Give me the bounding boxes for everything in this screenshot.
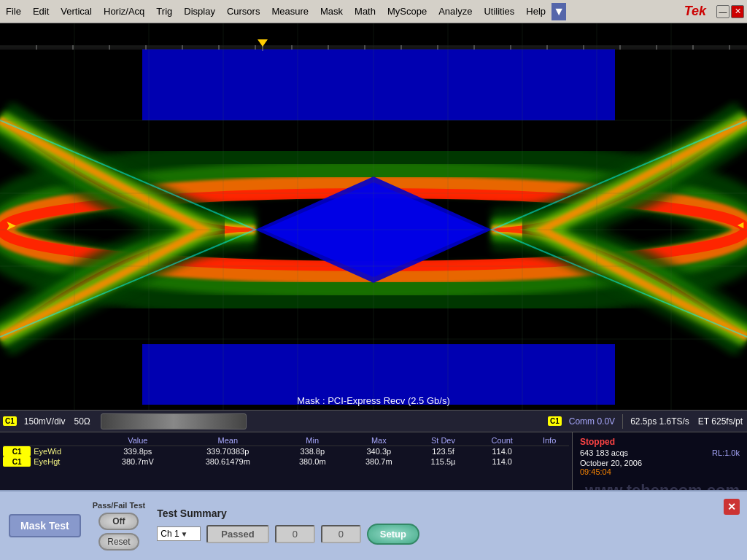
row-max-1: 380.7m: [346, 456, 412, 467]
menu-horiz-acq[interactable]: Horiz/Acq: [98, 3, 150, 20]
row-stdev-1: 115.5µ: [412, 456, 474, 467]
mask-label: Mask : PCI-Express Recv (2.5 Gb/s): [297, 395, 450, 406]
col-count: Count: [474, 435, 530, 446]
menu-display[interactable]: Display: [178, 3, 221, 20]
ch1-scale: 150mV/div: [20, 416, 70, 427]
menu-bar: File Edit Vertical Horiz/Acq Trig Displa…: [0, 0, 747, 23]
col-name: [31, 435, 99, 446]
channel-value: Ch 1: [160, 529, 179, 539]
row-info-1: [530, 456, 569, 467]
table-row: C1 EyeWid 339.8ps 339.70383p 338.8p 340.…: [3, 446, 569, 457]
eye-diagram-svg: [0, 23, 747, 410]
scope-screen: ➤ ◄ Mask : PCI-Express Recv (2.5 Gb/s): [0, 23, 747, 410]
menu-analyze[interactable]: Analyze: [433, 3, 478, 20]
measurements-table: Value Mean Min Max St Dev Count Info C1 …: [3, 435, 569, 467]
ch1-comm-value: Comm 0.0V: [565, 416, 619, 427]
col-stdev: St Dev: [412, 435, 474, 446]
mask-test-panel: Mask Test Pass/Fail Test Off Reset Test …: [0, 490, 747, 560]
sample-rate: 62.5ps 1.6TS/s: [626, 416, 694, 427]
table-row: C1 EyeHgt 380.7mV 380.61479m 380.0m 380.…: [3, 456, 569, 467]
test-summary-row: Ch 1 ▼ Passed 0 0 Setup: [157, 524, 419, 545]
reset-button[interactable]: Reset: [98, 533, 139, 551]
row-ch-1: C1: [3, 456, 31, 467]
menu-help[interactable]: Help: [520, 3, 551, 20]
ch1-scale-bar: [101, 413, 247, 429]
stopped-status: Stopped: [580, 437, 740, 447]
menu-utilities[interactable]: Utilities: [478, 3, 520, 20]
channel-select[interactable]: Ch 1 ▼: [157, 526, 201, 541]
row-count-1: 114.0: [474, 456, 530, 467]
table-header-row: Value Mean Min Max St Dev Count Info: [3, 435, 569, 446]
col-max: Max: [346, 435, 412, 446]
ch1-comm-badge: C1: [548, 416, 562, 426]
menu-trig[interactable]: Trig: [150, 3, 178, 20]
row-name-1: EyeHgt: [31, 456, 99, 467]
close-panel-button[interactable]: ✕: [724, 499, 740, 515]
row-min-0: 338.8p: [279, 446, 346, 457]
svg-rect-24: [0, 45, 747, 50]
row-max-0: 340.3p: [346, 446, 412, 457]
menu-measure[interactable]: Measure: [266, 3, 314, 20]
row-value-1: 380.7mV: [99, 456, 177, 467]
fail-count-2: 0: [321, 525, 361, 543]
col-min: Min: [279, 435, 346, 446]
measurements-table-area: Value Mean Min Max St Dev Count Info C1 …: [0, 432, 572, 490]
close-button[interactable]: ✕: [731, 5, 744, 18]
fail-count-1: 0: [275, 525, 315, 543]
col-mean: Mean: [177, 435, 279, 446]
time-info: 09:45:04: [580, 467, 740, 476]
menu-mask[interactable]: Mask: [314, 3, 349, 20]
menu-dropdown-btn[interactable]: ▼: [551, 3, 566, 20]
pass-fail-section: Pass/Fail Test Off Reset: [93, 501, 146, 551]
menu-file[interactable]: File: [0, 3, 27, 20]
date-info: October 20, 2006: [580, 459, 740, 467]
col-ch: [3, 435, 31, 446]
window-controls: — ✕: [713, 5, 747, 18]
row-min-1: 380.0m: [279, 456, 346, 467]
row-info-0: [530, 446, 569, 457]
menu-edit[interactable]: Edit: [27, 3, 55, 20]
trigger-marker-right: ◄: [735, 219, 746, 230]
row-name-0: EyeWid: [31, 446, 99, 457]
row-value-0: 339.8ps: [99, 446, 177, 457]
status-right: C1 Comm 0.0V 62.5ps 1.6TS/s ET 625fs/pt: [545, 414, 747, 429]
et-info: ET 625fs/pt: [694, 416, 747, 427]
ch1-badge: C1: [3, 416, 17, 426]
channel-dropdown-arrow[interactable]: ▼: [181, 530, 188, 538]
pass-fail-label: Pass/Fail Test: [93, 501, 146, 510]
col-info: Info: [530, 435, 569, 446]
tek-logo: Tek: [677, 4, 713, 19]
menu-math[interactable]: Math: [349, 3, 382, 20]
row-ch-0: C1: [3, 446, 31, 457]
status-divider: [622, 414, 623, 429]
measurements-panel: Value Mean Min Max St Dev Count Info C1 …: [0, 432, 747, 490]
test-summary-section: Test Summary Ch 1 ▼ Passed 0 0 Setup: [157, 508, 419, 545]
svg-rect-1: [142, 49, 615, 120]
menu-myscope[interactable]: MyScope: [382, 3, 433, 20]
minimize-button[interactable]: —: [716, 5, 729, 18]
trigger-marker-left: ➤: [6, 219, 15, 233]
test-summary-label: Test Summary: [157, 508, 226, 519]
row-stdev-0: 123.5f: [412, 446, 474, 457]
off-button[interactable]: Off: [98, 513, 139, 530]
measurements-right: Stopped 643 183 acqs RL:1.0k October 20,…: [572, 432, 747, 490]
menu-cursors[interactable]: Cursors: [221, 3, 266, 20]
menu-vertical[interactable]: Vertical: [55, 3, 98, 20]
status-bar: C1 150mV/div 50Ω C1 Comm 0.0V 62.5ps 1.6…: [0, 410, 747, 432]
row-mean-0: 339.70383p: [177, 446, 279, 457]
row-mean-1: 380.61479m: [177, 456, 279, 467]
setup-button[interactable]: Setup: [367, 524, 419, 545]
row-count-0: 114.0: [474, 446, 530, 457]
acqs-info: 643 183 acqs RL:1.0k: [580, 448, 740, 457]
passed-indicator: Passed: [206, 525, 269, 543]
mask-test-label: Mask Test: [9, 514, 81, 537]
col-value: Value: [99, 435, 177, 446]
ch1-impedance: 50Ω: [70, 416, 95, 427]
